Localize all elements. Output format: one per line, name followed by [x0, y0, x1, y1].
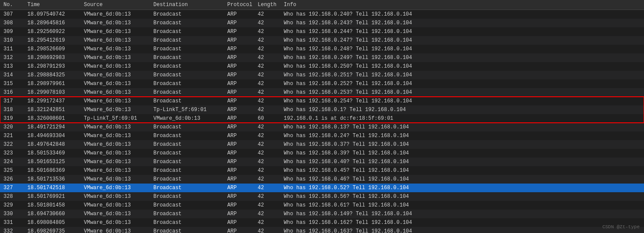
- cell-destination: Broadcast: [150, 88, 224, 97]
- cell-protocol: ARP: [224, 227, 254, 233]
- cell-length: 42: [254, 45, 280, 53]
- cell-destination: Broadcast: [150, 36, 224, 45]
- cell-time: 18.298884325: [24, 71, 80, 79]
- cell-info: Who has 192.168.0.1? Tell 192.168.0.104: [280, 105, 644, 114]
- cell-destination: Broadcast: [150, 210, 224, 218]
- table-row[interactable]: 31618.299078103VMware_6d:0b:13BroadcastA…: [0, 88, 644, 97]
- cell-time: 18.698269735: [24, 227, 80, 233]
- cell-time: 18.298979961: [24, 79, 80, 88]
- cell-time: 18.501533469: [24, 149, 80, 158]
- table-row[interactable]: 32118.494693304VMware_6d:0b:13BroadcastA…: [0, 131, 644, 140]
- table-row[interactable]: 31518.298979961VMware_6d:0b:13BroadcastA…: [0, 79, 644, 88]
- col-header-time: Time: [24, 0, 80, 10]
- cell-destination: Broadcast: [150, 123, 224, 131]
- table-row[interactable]: 32318.501533469VMware_6d:0b:13BroadcastA…: [0, 149, 644, 158]
- cell-destination: VMware_6d:0b:13: [150, 114, 224, 123]
- cell-no: 314: [0, 71, 24, 79]
- cell-destination: Broadcast: [150, 19, 224, 27]
- table-row[interactable]: 33118.698084805VMware_6d:0b:13BroadcastA…: [0, 218, 644, 227]
- cell-time: 18.501713536: [24, 175, 80, 184]
- cell-no: 322: [0, 140, 24, 149]
- cell-time: 18.501769921: [24, 192, 80, 201]
- table-row[interactable]: 31118.298526609VMware_6d:0b:13BroadcastA…: [0, 45, 644, 53]
- cell-info: 192.168.0.1 is at dc:fe:18:5f:69:01: [280, 114, 644, 123]
- cell-time: 18.491721294: [24, 123, 80, 131]
- cell-length: 42: [254, 218, 280, 227]
- table-row[interactable]: 32418.501653125VMware_6d:0b:13BroadcastA…: [0, 158, 644, 166]
- cell-destination: Broadcast: [150, 97, 224, 105]
- cell-source: VMware_6d:0b:13: [80, 175, 150, 184]
- col-header-no: No.: [0, 0, 24, 10]
- table-row[interactable]: 32218.497642848VMware_6d:0b:13BroadcastA…: [0, 140, 644, 149]
- table-row[interactable]: 32518.501686369VMware_6d:0b:13BroadcastA…: [0, 166, 644, 175]
- table-row[interactable]: 33018.694730660VMware_6d:0b:13BroadcastA…: [0, 210, 644, 218]
- cell-length: 42: [254, 123, 280, 131]
- cell-time: 18.299078103: [24, 88, 80, 97]
- cell-destination: Broadcast: [150, 218, 224, 227]
- cell-protocol: ARP: [224, 19, 254, 27]
- cell-no: 315: [0, 79, 24, 88]
- col-header-dest: Destination: [150, 0, 224, 10]
- cell-time: 18.501801458: [24, 201, 80, 210]
- cell-source: VMware_6d:0b:13: [80, 140, 150, 149]
- cell-length: 42: [254, 97, 280, 105]
- cell-length: 42: [254, 53, 280, 62]
- cell-length: 42: [254, 131, 280, 140]
- cell-no: 321: [0, 131, 24, 140]
- table-row[interactable]: 30818.289645816VMware_6d:0b:13BroadcastA…: [0, 19, 644, 27]
- cell-source: VMware_6d:0b:13: [80, 71, 150, 79]
- cell-source: VMware_6d:0b:13: [80, 88, 150, 97]
- cell-no: 312: [0, 53, 24, 62]
- table-row[interactable]: 31018.295412619VMware_6d:0b:13BroadcastA…: [0, 36, 644, 45]
- cell-source: VMware_6d:0b:13: [80, 19, 150, 27]
- table-row[interactable]: 30718.097540742VMware_6d:0b:13BroadcastA…: [0, 10, 644, 19]
- cell-length: 42: [254, 175, 280, 184]
- cell-no: 329: [0, 201, 24, 210]
- col-header-source: Source: [80, 0, 150, 10]
- cell-source: VMware_6d:0b:13: [80, 27, 150, 36]
- table-row[interactable]: 31818.321242851VMware_6d:0b:13Tp-LinkT_5…: [0, 105, 644, 114]
- cell-source: Tp-LinkT_5f:69:01: [80, 114, 150, 123]
- table-row[interactable]: 33218.698269735VMware_6d:0b:13BroadcastA…: [0, 227, 644, 233]
- cell-destination: Broadcast: [150, 10, 224, 19]
- cell-source: VMware_6d:0b:13: [80, 227, 150, 233]
- table-row[interactable]: 31718.299172437VMware_6d:0b:13BroadcastA…: [0, 97, 644, 105]
- cell-length: 42: [254, 71, 280, 79]
- cell-protocol: ARP: [224, 36, 254, 45]
- cell-length: 42: [254, 10, 280, 19]
- table-row[interactable]: 32818.501769921VMware_6d:0b:13BroadcastA…: [0, 192, 644, 201]
- col-header-proto: Protocol: [224, 0, 254, 10]
- table-row[interactable]: 31418.298884325VMware_6d:0b:13BroadcastA…: [0, 71, 644, 79]
- cell-protocol: ARP: [224, 27, 254, 36]
- cell-destination: Broadcast: [150, 149, 224, 158]
- cell-info: Who has 192.168.0.253? Tell 192.168.0.10…: [280, 88, 644, 97]
- cell-no: 323: [0, 149, 24, 158]
- cell-info: Who has 192.168.0.252? Tell 192.168.0.10…: [280, 79, 644, 88]
- table-row[interactable]: 32918.501801458VMware_6d:0b:13BroadcastA…: [0, 201, 644, 210]
- cell-info: Who has 192.168.0.13? Tell 192.168.0.104: [280, 123, 644, 131]
- cell-length: 42: [254, 105, 280, 114]
- table-row[interactable]: 32618.501713536VMware_6d:0b:13BroadcastA…: [0, 175, 644, 184]
- table-row[interactable]: 32018.491721294VMware_6d:0b:13BroadcastA…: [0, 123, 644, 131]
- cell-destination: Broadcast: [150, 184, 224, 192]
- cell-length: 42: [254, 184, 280, 192]
- table-row[interactable]: 31318.298791293VMware_6d:0b:13BroadcastA…: [0, 62, 644, 71]
- cell-no: 330: [0, 210, 24, 218]
- cell-no: 324: [0, 158, 24, 166]
- cell-no: 313: [0, 62, 24, 71]
- table-row[interactable]: 31218.298692983VMware_6d:0b:13BroadcastA…: [0, 53, 644, 62]
- packet-table-container: No. Time Source Destination Protocol Len…: [0, 0, 644, 233]
- table-row[interactable]: 32718.501742518VMware_6d:0b:13BroadcastA…: [0, 184, 644, 192]
- table-row[interactable]: 31918.326008601Tp-LinkT_5f:69:01VMware_6…: [0, 114, 644, 123]
- cell-destination: Broadcast: [150, 201, 224, 210]
- cell-source: VMware_6d:0b:13: [80, 36, 150, 45]
- cell-no: 327: [0, 184, 24, 192]
- cell-info: Who has 192.168.0.45? Tell 192.168.0.104: [280, 166, 644, 175]
- cell-protocol: ARP: [224, 45, 254, 53]
- table-row[interactable]: 30918.292560922VMware_6d:0b:13BroadcastA…: [0, 27, 644, 36]
- cell-protocol: ARP: [224, 10, 254, 19]
- cell-info: Who has 192.168.0.247? Tell 192.168.0.10…: [280, 36, 644, 45]
- packet-table-body: 30718.097540742VMware_6d:0b:13BroadcastA…: [0, 10, 644, 233]
- cell-protocol: ARP: [224, 175, 254, 184]
- cell-protocol: ARP: [224, 71, 254, 79]
